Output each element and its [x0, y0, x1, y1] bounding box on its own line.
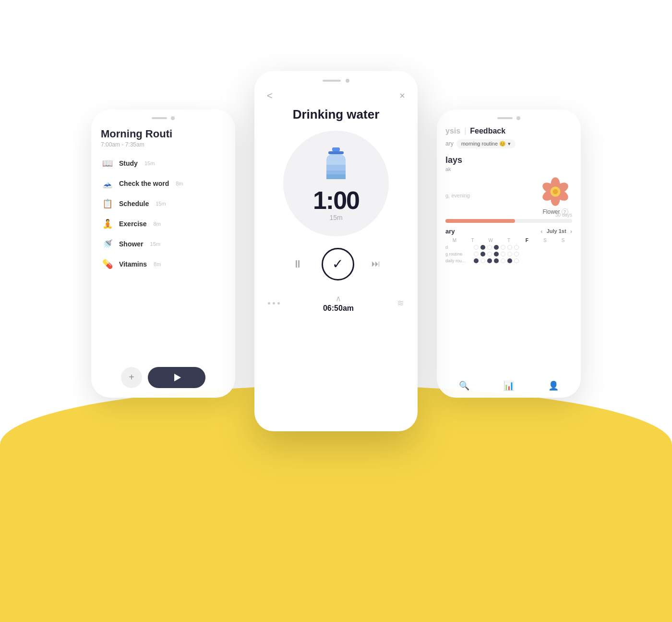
svg-rect-1 — [328, 151, 344, 154]
checkmark-icon: ✓ — [332, 256, 343, 272]
left-subtitle: 7:00am - 7:35am — [101, 141, 226, 148]
routine-study: 📖 Study 15m — [101, 157, 226, 170]
day-W: W — [481, 238, 500, 243]
right-inner: lays ak g, evening — [437, 150, 581, 263]
timer-time: 1:00 — [313, 188, 359, 213]
day-S2: S — [554, 238, 572, 243]
wave-icon: ≋ — [397, 298, 404, 308]
search-icon[interactable]: 🔍 — [459, 380, 469, 391]
dot-r1-5 — [501, 245, 505, 250]
progress-fill — [445, 219, 515, 223]
dot-r1-3 — [487, 245, 492, 250]
routine-checkword: 🗻 Check the word 8m — [101, 177, 226, 190]
day-T1: T — [464, 238, 482, 243]
shower-icon: 🚿 — [101, 237, 114, 251]
cal-prev-button[interactable]: ‹ — [540, 228, 542, 235]
skip-button[interactable]: ⏭ — [372, 259, 380, 269]
routine-shower: 🚿 Shower 15m — [101, 237, 226, 251]
cal-row-1-label: d — [445, 245, 472, 250]
flower-image — [539, 175, 572, 208]
dot-r3-7 — [514, 258, 519, 263]
flower-section: g, evening — [437, 175, 581, 215]
notch-dash — [152, 117, 167, 119]
dots-menu[interactable] — [268, 302, 280, 305]
time-display: 06:50am — [323, 304, 354, 313]
dot-r1-4 — [494, 245, 499, 250]
controls-row: ⏸ ✓ ⏭ — [254, 248, 418, 281]
right-notch — [437, 110, 581, 123]
schedule-icon: 📋 — [101, 197, 114, 210]
filter-chip-text: morning routine 😊 — [461, 141, 506, 147]
dot-r3-1 — [474, 258, 479, 263]
right-notch-dash — [497, 117, 513, 119]
flower-info-text: g, evening — [445, 193, 470, 198]
day-F: F — [518, 238, 536, 243]
schedule-time: 15m — [156, 201, 166, 207]
filter-chip[interactable]: morning routine 😊 ▾ — [456, 139, 516, 148]
dot-r1-6 — [507, 245, 512, 250]
filter-label: ary — [445, 140, 454, 147]
checkword-icon: 🗻 — [101, 177, 114, 190]
center-notch-dot — [346, 79, 349, 83]
pause-button[interactable]: ⏸ — [292, 258, 304, 270]
time-row: ∧ 06:50am — [323, 294, 354, 313]
cal-row-2-dots — [474, 252, 519, 256]
back-button[interactable]: < — [267, 90, 273, 101]
dot-r1-1 — [474, 245, 479, 250]
dot-r2-6 — [507, 252, 512, 256]
tab-feedback[interactable]: Feedback — [470, 127, 505, 135]
routine-schedule: 📋 Schedule 15m — [101, 197, 226, 210]
cal-next-button[interactable]: › — [570, 228, 572, 235]
cal-nav-row: ‹ July 1st › — [540, 228, 572, 235]
check-button[interactable]: ✓ — [322, 248, 354, 281]
dot-r1-2 — [480, 245, 485, 250]
flower-info: g, evening — [445, 191, 470, 199]
center-phone: < × Drinking water 1:00 15m ⏸ ✓ ⏭ — [254, 71, 418, 431]
tab-divider: | — [464, 127, 466, 135]
dot-3 — [277, 302, 280, 305]
center-notch — [254, 71, 418, 86]
play-button[interactable] — [148, 367, 205, 388]
cal-days-header: M T W T F S S — [445, 238, 572, 243]
left-content: Morning Routi 7:00am - 7:35am 📖 Study 15… — [91, 123, 235, 271]
dot-r2-5 — [501, 252, 505, 256]
timer-circle: 1:00 15m — [283, 131, 389, 236]
progress-bar: 30 days — [445, 219, 572, 223]
day-T2: T — [500, 238, 518, 243]
dot-r3-6 — [507, 258, 512, 263]
left-phone: Morning Routi 7:00am - 7:35am 📖 Study 15… — [91, 110, 235, 398]
study-icon: 📖 — [101, 157, 114, 170]
dot-1 — [268, 302, 270, 305]
cal-row-1-dots — [474, 245, 519, 250]
dot-r1-7 — [514, 245, 519, 250]
timer-sub: 15m — [329, 214, 342, 221]
progress-label: 30 days — [555, 212, 572, 218]
left-title: Morning Routi — [101, 128, 226, 140]
dot-r3-3 — [487, 258, 492, 263]
cal-row-3-label: daily rou... — [445, 258, 472, 263]
checkword-time: 8m — [176, 181, 183, 186]
profile-icon[interactable]: 👤 — [548, 380, 559, 391]
right-header-tabs: ysis | Feedback — [437, 123, 581, 137]
left-bottom-bar: + — [91, 367, 235, 388]
flower-container: Flower ? — [539, 175, 572, 215]
exercise-time: 8m — [154, 221, 161, 227]
bottom-row: ∧ 06:50am ≋ — [254, 294, 418, 313]
right-phone: ysis | Feedback ary morning routine 😊 ▾ … — [437, 110, 581, 398]
study-time: 15m — [144, 160, 155, 166]
checkword-label: Check the word — [119, 180, 169, 187]
filter-row: ary morning routine 😊 ▾ — [437, 137, 581, 150]
schedule-label: Schedule — [119, 200, 149, 207]
day-S1: S — [536, 238, 554, 243]
dot-r2-1 — [474, 252, 479, 256]
chevron-up-icon: ∧ — [336, 294, 341, 303]
close-button[interactable]: × — [399, 90, 405, 101]
tab-analysis[interactable]: ysis — [445, 127, 460, 135]
dot-r3-4 — [494, 258, 499, 263]
water-bottle-icon — [322, 146, 350, 184]
scene-container: Morning Routi 7:00am - 7:35am 📖 Study 15… — [120, 71, 552, 551]
dot-r2-3 — [487, 252, 492, 256]
chart-icon[interactable]: 📊 — [504, 380, 514, 391]
dot-r2-4 — [494, 252, 499, 256]
add-button[interactable]: + — [121, 367, 142, 388]
